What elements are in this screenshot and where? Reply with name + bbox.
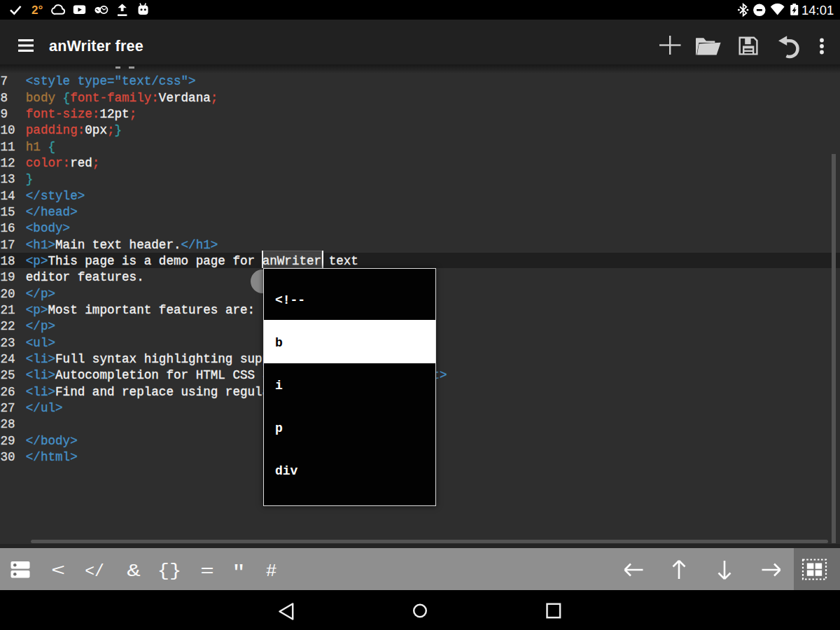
svg-text:2°: 2° xyxy=(31,4,43,17)
